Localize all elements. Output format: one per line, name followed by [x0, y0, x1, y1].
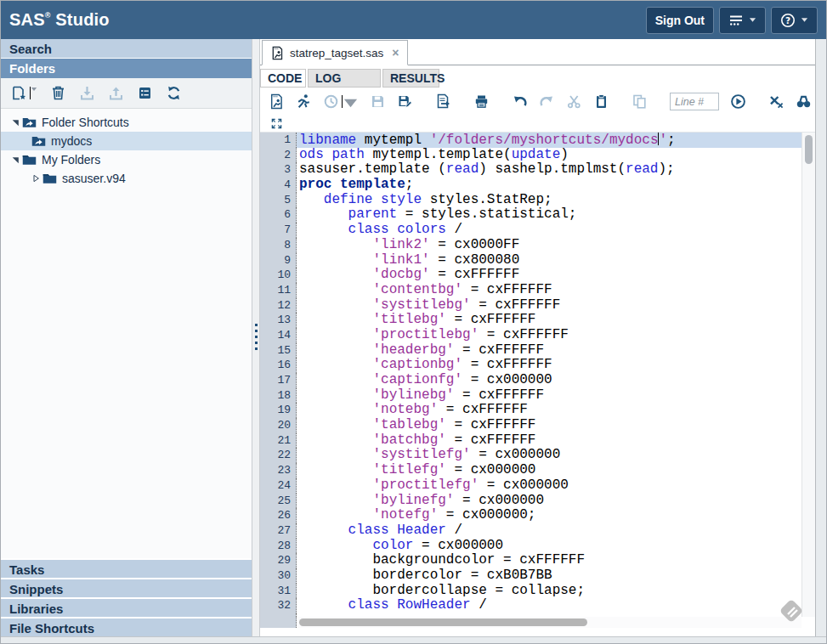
- paste-button[interactable]: [593, 93, 609, 110]
- code-text: libname mytempl '/folders/myshortcuts/my…: [297, 133, 802, 148]
- code-line[interactable]: 9 'link1' = cx800080: [260, 253, 802, 268]
- code-line[interactable]: 26 'notefg' = cx000000;: [260, 508, 802, 523]
- code-line[interactable]: 32 class RowHeader /: [260, 598, 802, 613]
- code-line[interactable]: 29 backgroundcolor = cxFFFFFF: [260, 553, 802, 568]
- editor-toolbar: [260, 88, 815, 116]
- trash-icon: [50, 85, 66, 101]
- tab-log[interactable]: LOG: [308, 69, 381, 88]
- code-line[interactable]: 28 color = cx000000: [260, 539, 802, 554]
- code-line[interactable]: 27 class Header /: [260, 523, 802, 539]
- horizontal-scrollbar-track[interactable]: [297, 617, 802, 628]
- help-button[interactable]: ?: [771, 7, 818, 34]
- section-header-tasks[interactable]: Tasks: [1, 558, 252, 578]
- code-line[interactable]: 20 'tablebg' = cxFFFFFF: [260, 418, 802, 433]
- folder-icon: [42, 172, 57, 184]
- new-program-button[interactable]: [269, 93, 285, 110]
- section-header-snippets[interactable]: Snippets: [1, 578, 252, 597]
- download-button[interactable]: [79, 85, 95, 101]
- code-editor[interactable]: 1libname mytempl '/folders/myshortcuts/m…: [260, 132, 815, 628]
- line-number: 12: [260, 298, 297, 314]
- caret-down-icon: [749, 17, 756, 23]
- code-line[interactable]: 15 'headerbg' = cxFFFFFF: [260, 343, 802, 359]
- header-actions: Sign Out ?: [646, 7, 818, 34]
- app-title: SAS® Studio: [9, 10, 110, 30]
- expand-expander-icon[interactable]: [30, 174, 41, 183]
- code-line[interactable]: 14 'proctitlebg' = cxFFFFFF: [260, 328, 802, 343]
- code-line[interactable]: 6 parent = styles.statistical;: [260, 207, 802, 223]
- code-line[interactable]: 22 'systitlefg' = cx000000: [260, 448, 802, 463]
- code-line[interactable]: 24 'proctitlefg' = cx000000: [260, 478, 802, 494]
- code-text: 'bylinefg' = cx000000: [297, 494, 802, 509]
- properties-button[interactable]: [137, 85, 153, 101]
- code-lines[interactable]: 1libname mytempl '/folders/myshortcuts/m…: [260, 133, 802, 617]
- section-header-file-shortcuts[interactable]: File Shortcuts: [1, 617, 252, 636]
- tab-results[interactable]: RESULTS: [382, 69, 439, 88]
- code-line[interactable]: 2ods path mytempl.template(update): [260, 148, 802, 163]
- code-line[interactable]: 12 'systitlebg' = cxFFFFFF: [260, 298, 802, 314]
- copy-button[interactable]: [632, 93, 648, 110]
- code-line[interactable]: 21 'batchbg' = cxFFFFFF: [260, 433, 802, 449]
- copy-to-my-folders-button[interactable]: [435, 93, 451, 110]
- find-replace-button[interactable]: [796, 93, 812, 110]
- tab-code[interactable]: CODE: [260, 69, 306, 88]
- code-text: 'notebg' = cxFFFFFF: [297, 403, 802, 418]
- collapse-expander-icon[interactable]: [9, 118, 20, 127]
- goto-line-button[interactable]: [730, 93, 746, 110]
- vertical-scrollbar-thumb[interactable]: [805, 135, 813, 164]
- print-button[interactable]: [473, 93, 490, 110]
- goto-line-input[interactable]: [670, 93, 719, 110]
- code-line[interactable]: 3sasuser.template (read) sashelp.tmplmst…: [260, 162, 802, 178]
- section-header-folders[interactable]: Folders: [1, 59, 252, 78]
- code-line[interactable]: 4proc template;: [260, 178, 802, 193]
- code-line[interactable]: 11 'contentbg' = cxFFFFFF: [260, 283, 802, 298]
- code-line[interactable]: 23 'titlefg' = cx000000: [260, 463, 802, 478]
- section-header-libraries[interactable]: Libraries: [1, 597, 252, 617]
- submission-history-button[interactable]: [323, 93, 359, 110]
- code-line[interactable]: 5 define style styles.StatRep;: [260, 193, 802, 208]
- delete-button[interactable]: [50, 85, 66, 101]
- horizontal-scrollbar-thumb[interactable]: [299, 619, 587, 626]
- tree-item-folder-shortcuts[interactable]: Folder Shortcuts: [1, 113, 252, 132]
- code-text: define style styles.StatRep;: [297, 193, 802, 208]
- code-line[interactable]: 1libname mytempl '/folders/myshortcuts/m…: [260, 133, 802, 148]
- tree-item-my-folders[interactable]: My Folders: [1, 150, 252, 169]
- code-line[interactable]: 13 'titlebg' = cxFFFFFF: [260, 313, 802, 328]
- refresh-button[interactable]: [166, 85, 182, 101]
- code-line[interactable]: 7 class colors /: [260, 223, 802, 238]
- code-line[interactable]: 19 'notebg' = cxFFFFFF: [260, 403, 802, 418]
- code-line[interactable]: 31 bordercollapse = collapse;: [260, 584, 802, 599]
- run-button[interactable]: [296, 93, 312, 110]
- code-line[interactable]: 10 'docbg' = cxFFFFFF: [260, 268, 802, 283]
- code-text: color = cx000000: [297, 539, 802, 554]
- collapse-expander-icon[interactable]: [9, 155, 20, 164]
- save-as-button[interactable]: [397, 93, 413, 110]
- code-line[interactable]: 30 bordercolor = cxB0B7BB: [260, 568, 802, 584]
- app-options-button[interactable]: [719, 7, 766, 34]
- code-text: sasuser.template (read) sashelp.tmplmst(…: [297, 162, 802, 178]
- clear-code-button[interactable]: [768, 93, 785, 110]
- save-button[interactable]: [370, 93, 386, 110]
- sign-out-button[interactable]: Sign Out: [646, 7, 714, 34]
- section-header-search[interactable]: Search: [1, 39, 252, 59]
- new-button[interactable]: [11, 85, 37, 101]
- tab-statrep-tagset[interactable]: statrep_tagset.sas ×: [262, 40, 408, 65]
- horizontal-scrollbar[interactable]: [260, 617, 802, 628]
- cut-button[interactable]: [566, 93, 582, 110]
- tree-item-mydocs[interactable]: mydocs: [1, 132, 252, 150]
- undo-button[interactable]: [512, 93, 528, 110]
- redo-button[interactable]: [539, 93, 555, 110]
- code-line[interactable]: 17 'captionfg' = cx000000: [260, 373, 802, 388]
- maximize-view-button[interactable]: [271, 118, 282, 129]
- code-line[interactable]: 18 'bylinebg' = cxFFFFFF: [260, 388, 802, 404]
- code-line[interactable]: 25 'bylinefg' = cx000000: [260, 494, 802, 509]
- code-text: class Header /: [297, 523, 802, 539]
- code-line[interactable]: 8 'link2' = cx0000FF: [260, 238, 802, 253]
- code-line[interactable]: 16 'captionbg' = cxFFFFFF: [260, 358, 802, 373]
- pane-splitter[interactable]: [252, 39, 260, 636]
- vertical-scrollbar[interactable]: [802, 133, 815, 617]
- upload-button[interactable]: [108, 85, 124, 101]
- tree-item-sasuser-v94[interactable]: sasuser.v94: [1, 169, 252, 188]
- close-tab-icon[interactable]: ×: [392, 46, 399, 59]
- maximize-icon: [271, 118, 282, 129]
- cut-icon: [566, 93, 582, 110]
